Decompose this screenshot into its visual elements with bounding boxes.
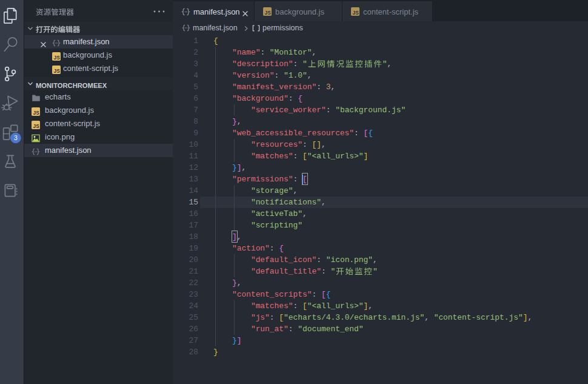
svg-text:JS: JS	[54, 68, 61, 74]
svg-text:JS: JS	[54, 55, 61, 61]
svg-text:JS: JS	[33, 110, 40, 116]
svg-text:JS: JS	[353, 10, 359, 16]
svg-text:JS: JS	[265, 10, 272, 16]
svg-text:JS: JS	[33, 123, 40, 129]
svg-text:3: 3	[14, 134, 18, 141]
